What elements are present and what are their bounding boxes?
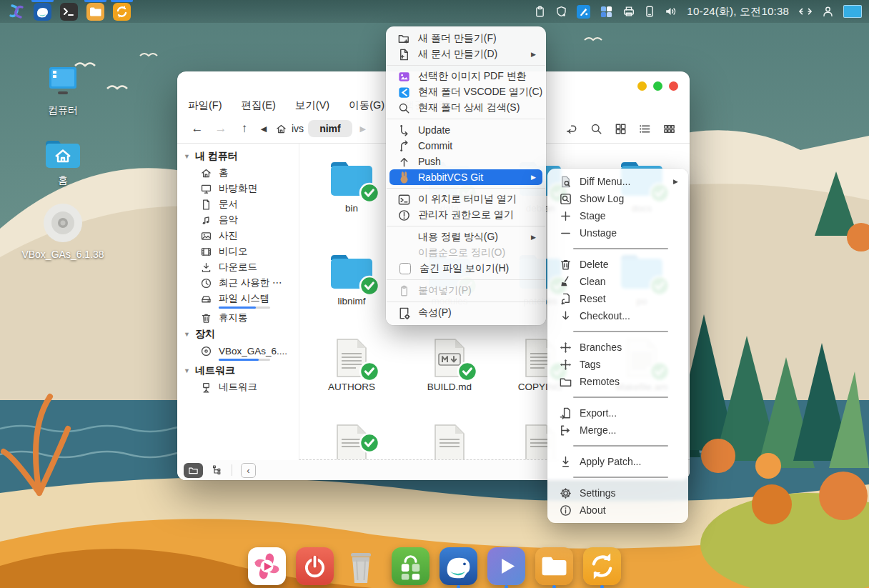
sidebar-section-computer[interactable]: ▼내 컴퓨터: [177, 148, 299, 165]
printer-icon[interactable]: [622, 5, 635, 18]
menu-item-image-pdf[interactable]: 선택한 이미지 PDF 변환: [389, 69, 542, 84]
dock-video-player[interactable]: [487, 547, 525, 585]
whale-browser-icon[interactable]: [34, 3, 51, 21]
forward-icon[interactable]: →: [210, 119, 232, 139]
collapse-sidebar-icon[interactable]: ‹: [241, 463, 256, 478]
dock-power[interactable]: [296, 547, 334, 585]
desktop-icon-computer[interactable]: 컴퓨터: [20, 64, 106, 117]
resize-arrows-icon[interactable]: [798, 6, 813, 16]
sidebar-item-filesystem[interactable]: 파일 시스템: [177, 291, 299, 307]
file-manager-icon[interactable]: [86, 3, 104, 21]
breadcrumb-current[interactable]: nimf: [308, 120, 352, 137]
file-item[interactable]: AUTHORS: [307, 338, 396, 392]
folder-view-icon[interactable]: [184, 463, 203, 478]
submenu-item-tags[interactable]: Tags: [551, 356, 685, 373]
dock-trash[interactable]: [344, 547, 382, 585]
submenu-item-remotes[interactable]: Remotes: [551, 373, 685, 390]
list-view-icon[interactable]: [634, 119, 656, 139]
sidebar-item-home[interactable]: 홈: [177, 165, 299, 181]
grid-view-icon[interactable]: [610, 119, 632, 139]
checkbox-icon[interactable]: [399, 263, 411, 274]
maximize-button[interactable]: [653, 81, 662, 91]
breadcrumb-parent[interactable]: ivs: [292, 123, 304, 134]
scroll-left-icon[interactable]: ◀: [257, 119, 270, 139]
input-method-icon[interactable]: [577, 5, 590, 19]
submenu-item-delete[interactable]: Delete: [551, 256, 685, 273]
submenu-item-branches[interactable]: Branches: [551, 339, 685, 356]
shield-icon[interactable]: [555, 5, 567, 18]
sidebar-item-music[interactable]: 음악: [177, 212, 299, 228]
workspace-grid-icon[interactable]: [600, 5, 613, 19]
submenu-item-show-log[interactable]: Show Log: [551, 190, 685, 207]
sidebar-section-network[interactable]: ▼네트워크: [177, 362, 299, 379]
menu-item-show-hidden-files[interactable]: 숨긴 파일 보이기(H): [389, 261, 542, 276]
dock-whale-browser[interactable]: [440, 547, 477, 585]
home-icon[interactable]: [275, 123, 287, 135]
file-item[interactable]: libnimf: [307, 252, 396, 307]
dock-media-player[interactable]: [248, 547, 286, 585]
sidebar-section-devices[interactable]: ▼장치: [177, 326, 299, 343]
file-item[interactable]: [307, 424, 396, 460]
submenu-item-unstage[interactable]: Unstage: [551, 224, 685, 241]
sidebar-item-recent[interactable]: 최근 사용한 ⋯: [177, 275, 299, 291]
menu-item-open-terminal-here[interactable]: 이 위치로 터미널 열기: [389, 191, 542, 207]
scroll-right-icon[interactable]: ▶: [357, 119, 369, 139]
hamonikr-logo-icon[interactable]: [7, 3, 25, 21]
menu-item-rabbitvcs-git[interactable]: RabbitVCS Git▶: [389, 169, 542, 185]
menu-item-new-folder[interactable]: 새 폴더 만들기(F): [389, 31, 542, 46]
sidebar-item-videos[interactable]: 비디오: [177, 244, 299, 259]
menu-item-update[interactable]: Update: [389, 122, 542, 138]
desktop-icon-home[interactable]: 홈: [20, 137, 106, 187]
file-item[interactable]: [405, 424, 494, 460]
file-item[interactable]: BUILD.md: [405, 338, 494, 392]
dock-file-manager[interactable]: [535, 547, 573, 585]
back-icon[interactable]: ←: [187, 119, 208, 139]
file-item[interactable]: bin: [307, 159, 396, 214]
up-icon[interactable]: ↑: [234, 119, 255, 139]
search-icon[interactable]: [585, 119, 607, 139]
menu-item-organize-by-name[interactable]: 이름순으로 정리(O): [389, 245, 542, 261]
menu-item-paste[interactable]: 붙여넣기(P): [389, 283, 542, 299]
clock[interactable]: 10-24(화), 오전10:38: [687, 5, 789, 19]
minimize-button[interactable]: [637, 81, 647, 91]
terminal-icon[interactable]: [60, 3, 78, 21]
submenu-item-stage[interactable]: Stage: [551, 207, 685, 224]
undo-icon[interactable]: [561, 119, 583, 139]
menu-item-detailed-search[interactable]: 현재 폴더 상세 검색(S): [389, 100, 542, 116]
submenu-item-merge[interactable]: Merge...: [551, 422, 685, 439]
submenu-item-apply-patch[interactable]: Apply Patch...: [551, 453, 685, 470]
menu-view[interactable]: 보기(V): [295, 99, 329, 112]
menu-item-commit[interactable]: Commit: [389, 138, 542, 154]
sidebar-item-desktop[interactable]: 바탕화면: [177, 181, 299, 196]
menu-go[interactable]: 이동(G): [349, 99, 384, 112]
menu-item-properties[interactable]: 속성(P): [389, 305, 542, 321]
update-manager-icon[interactable]: [113, 3, 131, 21]
menu-edit[interactable]: 편집(E): [242, 99, 276, 112]
sidebar-item-downloads[interactable]: 다운로드: [177, 259, 299, 275]
user-icon[interactable]: [822, 5, 834, 18]
submenu-item-about[interactable]: About: [551, 502, 685, 519]
submenu-item-checkout[interactable]: Checkout...: [551, 307, 685, 324]
sidebar-item-vbox-disc[interactable]: VBox_GAs_6....: [177, 343, 299, 359]
submenu-item-settings[interactable]: Settings: [551, 484, 685, 502]
submenu-item-reset[interactable]: Reset: [551, 290, 685, 307]
sidebar-item-pictures[interactable]: 사진: [177, 228, 299, 244]
submenu-item-clean[interactable]: Clean: [551, 273, 685, 290]
menu-item-open-vscode[interactable]: 현재 폴더 VSCODE 열기(C): [389, 84, 542, 100]
sidebar-item-documents[interactable]: 문서: [177, 196, 299, 212]
menu-item-open-as-admin[interactable]: 관리자 권한으로 열기: [389, 207, 542, 223]
tree-view-icon[interactable]: [212, 464, 223, 476]
device-icon[interactable]: [645, 5, 655, 18]
workspace-preview[interactable]: [843, 5, 862, 18]
clipboard-icon[interactable]: [534, 5, 546, 18]
sidebar-item-trash[interactable]: 휴지통: [177, 310, 299, 326]
close-button[interactable]: [669, 81, 678, 91]
volume-icon[interactable]: [664, 5, 677, 18]
dock-app-center[interactable]: [392, 547, 429, 585]
submenu-item-diff-menu[interactable]: Diff Menu...▶: [551, 173, 685, 190]
menu-file[interactable]: 파일(F): [188, 99, 222, 112]
menu-item-sort-by[interactable]: 내용 정렬 방식(G)▶: [389, 229, 542, 245]
desktop-icon-vbox-disc[interactable]: VBox_GAs_6.1.38: [20, 201, 106, 260]
sidebar-item-network[interactable]: 네트워크: [177, 379, 299, 395]
dock-update-manager[interactable]: [583, 547, 621, 585]
